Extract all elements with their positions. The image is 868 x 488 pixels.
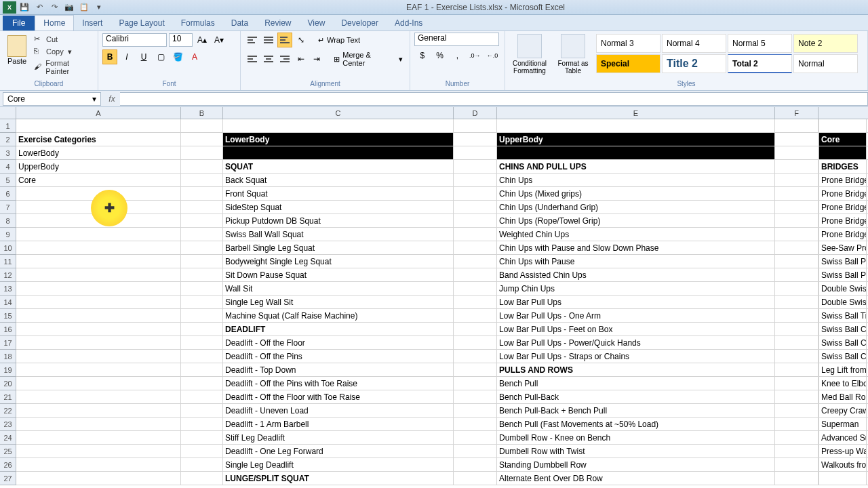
border-button[interactable]: ▢: [153, 49, 168, 64]
cell[interactable]: [775, 201, 818, 214]
cell[interactable]: [181, 472, 223, 485]
cell[interactable]: [181, 214, 223, 227]
cell[interactable]: [775, 377, 818, 390]
cell[interactable]: [775, 390, 818, 403]
cell[interactable]: Core: [16, 174, 181, 186]
cell[interactable]: Jump Chin Ups: [497, 282, 775, 295]
row-header-21[interactable]: 21: [0, 390, 16, 404]
cell[interactable]: [454, 201, 497, 214]
cell[interactable]: Chin Ups with Pause and Slow Down Phase: [497, 241, 775, 254]
cell[interactable]: [16, 350, 181, 363]
cell[interactable]: Prone Bridge: [818, 201, 867, 214]
cell[interactable]: Leg Lift from: [818, 363, 867, 376]
cell[interactable]: Single Leg Deadlift: [223, 458, 454, 471]
row-header-10[interactable]: 10: [0, 241, 16, 255]
cell[interactable]: UpperBody: [16, 160, 181, 173]
cell[interactable]: Barbell Single Leg Squat: [223, 241, 454, 254]
column-header-B[interactable]: B: [181, 107, 223, 119]
cell[interactable]: Dumbell Row with Twist: [497, 445, 775, 458]
cell[interactable]: Swiss Ball Cr: [818, 336, 867, 349]
cell[interactable]: [181, 160, 223, 173]
column-header-D[interactable]: D: [454, 107, 497, 119]
row-header-15[interactable]: 15: [0, 309, 16, 323]
undo-icon[interactable]: ↶: [33, 1, 46, 14]
cell[interactable]: PULLS AND ROWS: [497, 363, 775, 376]
cell[interactable]: [181, 363, 223, 376]
cell[interactable]: UpperBody: [497, 133, 775, 146]
cell[interactable]: Advanced Su: [818, 431, 867, 444]
cell[interactable]: [16, 404, 181, 417]
cell[interactable]: [454, 214, 497, 227]
cell[interactable]: [497, 119, 775, 132]
tab-data[interactable]: Data: [223, 16, 256, 30]
row-header-20[interactable]: 20: [0, 377, 16, 390]
redo-icon[interactable]: ↷: [47, 1, 61, 14]
cell[interactable]: [16, 445, 181, 458]
decrease-decimal-button[interactable]: ←.0: [484, 48, 500, 63]
tab-addins[interactable]: Add-Ins: [387, 16, 431, 30]
cell[interactable]: [16, 187, 181, 200]
align-center-button[interactable]: [261, 52, 276, 66]
cell[interactable]: [775, 472, 818, 485]
cells-area[interactable]: Exercise CategoriesLowerBodyUpperBodyCor…: [16, 119, 868, 485]
cell[interactable]: [775, 404, 818, 417]
row-header-25[interactable]: 25: [0, 445, 16, 458]
cell[interactable]: [454, 160, 497, 173]
cell[interactable]: Back Squat: [223, 174, 454, 186]
column-header-F[interactable]: F: [775, 107, 818, 119]
cell[interactable]: [454, 282, 497, 295]
format-as-table-button[interactable]: Format as Table: [553, 34, 593, 75]
cell[interactable]: [16, 363, 181, 376]
cell[interactable]: SideStep Squat: [223, 201, 454, 214]
tab-insert[interactable]: Insert: [74, 16, 111, 30]
cell[interactable]: [181, 418, 223, 430]
cell[interactable]: [16, 268, 181, 281]
row-header-2[interactable]: 2: [0, 133, 16, 146]
row-header-3[interactable]: 3: [0, 146, 16, 160]
cell[interactable]: [454, 187, 497, 200]
cell[interactable]: Prone Bridge: [818, 214, 867, 227]
cell[interactable]: Prone Bridge: [818, 228, 867, 241]
cell[interactable]: [454, 377, 497, 390]
cell[interactable]: Swiss Ball Ti: [818, 309, 867, 322]
cell[interactable]: Bench Pull (Fast Movements at ~50% Load): [497, 418, 775, 430]
cell[interactable]: Band Assisted Chin Ups: [497, 268, 775, 281]
cell[interactable]: Deadlift - One Leg Forward: [223, 445, 454, 458]
cell[interactable]: [16, 214, 181, 227]
cell[interactable]: [16, 336, 181, 349]
row-header-1[interactable]: 1: [0, 119, 16, 133]
cell[interactable]: [454, 445, 497, 458]
cell[interactable]: [181, 458, 223, 471]
cell[interactable]: [454, 255, 497, 268]
cell[interactable]: [181, 119, 223, 132]
cell[interactable]: [775, 133, 818, 146]
cell[interactable]: Press-up Wa: [818, 445, 867, 458]
row-header-26[interactable]: 26: [0, 458, 16, 472]
cell[interactable]: Chin Ups with Pause: [497, 255, 775, 268]
cell[interactable]: [181, 255, 223, 268]
cell[interactable]: [181, 390, 223, 403]
row-header-16[interactable]: 16: [0, 323, 16, 336]
cell[interactable]: Low Bar Pull Ups - One Arm: [497, 309, 775, 322]
cell[interactable]: Creepy Craw: [818, 404, 867, 417]
tab-formulas[interactable]: Formulas: [173, 16, 223, 30]
cell[interactable]: [775, 309, 818, 322]
cell[interactable]: Deadlift - Off the Pins: [223, 350, 454, 363]
row-header-19[interactable]: 19: [0, 363, 16, 377]
row-header-8[interactable]: 8: [0, 214, 16, 228]
cell[interactable]: [775, 323, 818, 336]
row-header-14[interactable]: 14: [0, 296, 16, 309]
cell[interactable]: [181, 404, 223, 417]
cell[interactable]: Bodyweight Single Leg Squat: [223, 255, 454, 268]
number-format-select[interactable]: General: [414, 33, 499, 46]
cell[interactable]: LowerBody: [16, 146, 181, 159]
cell[interactable]: [16, 458, 181, 471]
cell[interactable]: [454, 472, 497, 485]
increase-decimal-button[interactable]: .0→: [467, 48, 483, 63]
cell[interactable]: [181, 228, 223, 241]
cell[interactable]: Double Swiss: [818, 296, 867, 308]
row-header-7[interactable]: 7: [0, 201, 16, 214]
cell[interactable]: Pickup Putdown DB Squat: [223, 214, 454, 227]
cell[interactable]: [775, 241, 818, 254]
cell[interactable]: Bench Pull-Back + Bench Pull: [497, 404, 775, 417]
